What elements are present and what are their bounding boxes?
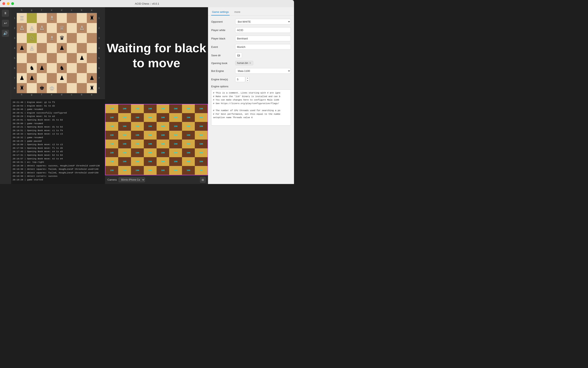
chess-cell[interactable]: ♖ xyxy=(17,13,27,23)
pause-button[interactable]: ⏸ xyxy=(2,9,9,17)
sound-button[interactable]: 🔊 xyxy=(2,30,9,37)
camera-cell: 100 xyxy=(105,104,118,113)
engine-time-spinner[interactable]: ▲ ▼ xyxy=(246,76,249,82)
engine-time-down[interactable]: ▼ xyxy=(246,79,249,82)
bot-engine-select[interactable]: Maia 1100 xyxy=(235,68,291,74)
chess-cell[interactable]: ♘ xyxy=(27,33,37,43)
chess-cell[interactable] xyxy=(17,33,27,43)
chess-cell[interactable]: ♜ xyxy=(87,13,97,23)
chess-cell[interactable] xyxy=(47,53,57,63)
chess-cell[interactable]: ♞ xyxy=(27,63,37,73)
chess-cell[interactable] xyxy=(77,73,87,83)
chess-cell[interactable] xyxy=(87,43,97,53)
more-tab[interactable]: more xyxy=(234,9,241,15)
camera-label: Camera xyxy=(107,178,117,181)
minimize-button[interactable] xyxy=(7,2,9,5)
chess-cell[interactable] xyxy=(67,73,77,83)
chess-cell[interactable]: ♙ xyxy=(27,43,37,53)
chess-cell[interactable] xyxy=(17,63,27,73)
chess-cell[interactable] xyxy=(67,23,77,33)
save-dir-button[interactable]: 🗂 xyxy=(235,53,242,58)
camera-expand-button[interactable]: ⊞ xyxy=(200,177,206,183)
chess-cell[interactable]: ♟ xyxy=(37,63,47,73)
chess-cell[interactable]: ♟ xyxy=(57,73,67,83)
chess-cell[interactable] xyxy=(67,53,77,63)
chess-cell[interactable] xyxy=(47,23,57,33)
chess-board[interactable]: ♖♗♜♙♙♙♕♙♘♗♛♟♙♟♟♞♟♞♟♟♟♟♜♚♔♜ xyxy=(17,13,97,93)
chess-cell[interactable]: ♟ xyxy=(17,73,27,83)
chess-cell[interactable] xyxy=(37,33,47,43)
chess-piece: ♟ xyxy=(59,75,64,81)
player-black-input[interactable] xyxy=(235,36,291,41)
chess-cell[interactable]: ♙ xyxy=(17,23,27,33)
chess-cell[interactable] xyxy=(27,53,37,63)
chess-cell[interactable] xyxy=(17,53,27,63)
waiting-text-area: Waiting for black to move xyxy=(105,7,208,104)
chess-cell[interactable] xyxy=(87,53,97,63)
chess-cell[interactable] xyxy=(67,33,77,43)
chess-cell[interactable]: ♜ xyxy=(17,83,27,93)
chess-cell[interactable] xyxy=(67,83,77,93)
engine-time-up[interactable]: ▲ xyxy=(246,77,249,79)
close-button[interactable] xyxy=(2,2,5,5)
chess-cell[interactable] xyxy=(47,63,57,73)
chess-cell[interactable] xyxy=(37,43,47,53)
chess-cell[interactable]: ♟ xyxy=(87,73,97,83)
log-line: 20:20:00 | game resumed xyxy=(13,122,103,126)
chess-cell[interactable]: ♟ xyxy=(27,73,37,83)
chess-cell[interactable] xyxy=(57,83,67,93)
chess-cell[interactable]: ♙ xyxy=(77,23,87,33)
chess-cell[interactable] xyxy=(87,63,97,73)
chess-cell[interactable] xyxy=(77,33,87,43)
game-settings-tab[interactable]: Game settings xyxy=(211,9,230,15)
chess-cell[interactable]: ♚ xyxy=(37,83,47,93)
chess-cell[interactable]: ♞ xyxy=(57,63,67,73)
chess-cell[interactable] xyxy=(37,13,47,23)
chess-cell[interactable] xyxy=(57,13,67,23)
chess-cell[interactable] xyxy=(27,83,37,93)
chess-cell[interactable]: ♗ xyxy=(47,13,57,23)
log-line: 20:21:40 | Engine move: g1 to f3 xyxy=(13,101,103,104)
chess-cell[interactable]: ♛ xyxy=(57,33,67,43)
camera-cell-value: 100 xyxy=(149,117,152,119)
chess-cell[interactable] xyxy=(77,13,87,23)
chess-cell[interactable]: ♙ xyxy=(37,23,47,33)
chess-cell[interactable] xyxy=(77,43,87,53)
chess-cell[interactable] xyxy=(27,13,37,23)
pause-icon: ⏸ xyxy=(4,11,7,15)
chess-cell[interactable]: ♕ xyxy=(57,23,67,33)
chess-cell[interactable] xyxy=(47,43,57,53)
col-label-e: e xyxy=(47,9,57,13)
chess-cell[interactable] xyxy=(87,23,97,33)
opponent-select[interactable]: Bot WHITE xyxy=(235,19,291,24)
maximize-button[interactable] xyxy=(11,2,14,5)
chess-cell[interactable]: ♙ xyxy=(27,23,37,33)
chess-cell[interactable]: ♔ xyxy=(47,83,57,93)
chess-cell[interactable] xyxy=(87,33,97,43)
engine-options-textarea[interactable]: # This is a comment. Lines starting with… xyxy=(211,90,291,126)
chess-cell[interactable]: ♟ xyxy=(17,43,27,53)
chess-cell[interactable] xyxy=(37,53,47,63)
camera-select[interactable]: Börnis iPhone Ca xyxy=(119,177,145,182)
chess-cell[interactable] xyxy=(67,43,77,53)
chess-cell[interactable] xyxy=(77,63,87,73)
chess-cell[interactable] xyxy=(47,73,57,83)
player-white-input[interactable] xyxy=(235,27,291,33)
chess-cell[interactable]: ♗ xyxy=(47,33,57,43)
event-input[interactable] xyxy=(235,44,291,50)
chess-cell[interactable] xyxy=(67,63,77,73)
camera-cell-value: 99 xyxy=(200,169,202,172)
chess-piece: ♟ xyxy=(29,75,35,81)
chess-cell[interactable]: ♟ xyxy=(57,43,67,53)
chess-cell[interactable] xyxy=(77,83,87,93)
chess-cell[interactable]: ♜ xyxy=(87,83,97,93)
engine-time-input[interactable] xyxy=(235,76,245,82)
camera-cell-value: 100 xyxy=(174,117,177,119)
undo-button[interactable]: ↩ xyxy=(2,20,9,27)
chess-cell[interactable] xyxy=(57,53,67,63)
chess-cell[interactable] xyxy=(67,13,77,23)
chess-cell[interactable]: ♟ xyxy=(77,53,87,63)
camera-cell-value: 100 xyxy=(110,169,114,172)
chess-cell[interactable] xyxy=(37,73,47,83)
book-tag-remove-button[interactable]: ✕ xyxy=(249,62,251,64)
